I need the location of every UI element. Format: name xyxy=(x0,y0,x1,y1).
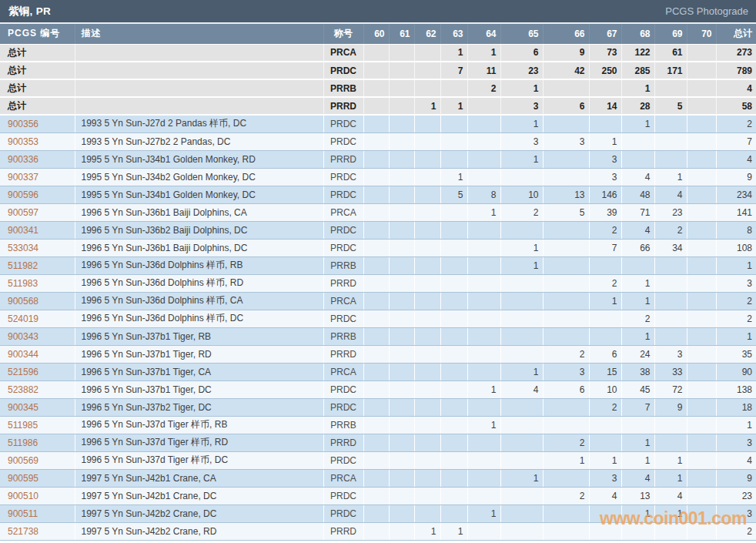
count-63-cell xyxy=(440,416,467,434)
table-row: 511986 1996 5 Yn Sun-J37d Tiger 样币, RD P… xyxy=(0,434,756,451)
grade-designation-cell: PRDC xyxy=(323,168,363,186)
count-65-cell: 2 xyxy=(500,203,543,221)
count-62-cell xyxy=(414,292,440,310)
total-cell: 2 xyxy=(716,115,756,132)
pcgs-id-cell[interactable]: 900511 xyxy=(0,504,75,522)
pcgs-id-cell[interactable]: 900595 xyxy=(0,469,75,487)
count-60-cell xyxy=(363,327,389,345)
count-66-cell xyxy=(543,79,589,97)
pcgs-id-cell[interactable]: 900344 xyxy=(0,345,75,363)
pcgs-id-cell[interactable]: 900343 xyxy=(0,327,75,345)
count-64-cell: 1 xyxy=(467,504,500,522)
count-66-cell: 2 xyxy=(543,487,589,504)
count-65-cell: 1 xyxy=(500,115,543,132)
count-63-cell xyxy=(440,380,467,398)
pcgs-id-cell[interactable]: 521738 xyxy=(0,522,75,540)
count-64-cell xyxy=(467,168,500,186)
count-66-cell xyxy=(543,292,589,310)
grade-designation-cell: PRRD xyxy=(323,150,363,168)
count-62-cell xyxy=(414,345,440,363)
count-66-cell xyxy=(543,239,589,256)
pcgs-id-cell[interactable]: 511983 xyxy=(0,274,75,292)
count-63-cell xyxy=(440,115,467,132)
pcgs-id-cell[interactable]: 511982 xyxy=(0,256,75,274)
count-64-cell xyxy=(467,256,500,274)
pcgs-id-cell[interactable]: 511985 xyxy=(0,416,75,434)
count-65-cell xyxy=(500,487,543,504)
count-68-cell: 2 xyxy=(621,310,654,327)
count-62-cell: 1 xyxy=(414,97,440,115)
grade-designation-cell: PRRD xyxy=(323,434,363,451)
pcgs-id-cell[interactable]: 900510 xyxy=(0,487,75,504)
count-65-cell: 10 xyxy=(500,186,543,203)
count-61-cell xyxy=(389,416,414,434)
count-60-cell xyxy=(363,274,389,292)
count-61-cell xyxy=(389,451,414,469)
count-69-cell xyxy=(654,292,687,310)
total-cell: 2 xyxy=(716,292,756,310)
description-cell: 1995 5 Yn Sun-J34b2 Golden Monkey, DC xyxy=(75,168,323,186)
count-66-cell xyxy=(543,256,589,274)
count-69-cell xyxy=(654,132,687,150)
count-69-cell: 9 xyxy=(654,398,687,416)
grade-designation-cell: PRRD xyxy=(323,345,363,363)
count-63-cell: 1 xyxy=(440,44,467,62)
count-60-cell xyxy=(363,434,389,451)
table-row: 900345 1996 5 Yn Sun-J37b2 Tiger, DC PRD… xyxy=(0,398,756,416)
pcgs-id-cell[interactable]: 900596 xyxy=(0,186,75,203)
count-68-cell: 1 xyxy=(621,504,654,522)
pcgs-id-cell[interactable]: 900356 xyxy=(0,115,75,132)
pcgs-id-cell[interactable]: 900337 xyxy=(0,168,75,186)
description-cell: 1996 5 Yn Sun-J37b1 Tiger, CA xyxy=(75,363,323,380)
pcgs-id-cell[interactable]: 533034 xyxy=(0,239,75,256)
count-68-cell: 1 xyxy=(621,434,654,451)
count-60-cell xyxy=(363,97,389,115)
pcgs-id-cell[interactable]: 511986 xyxy=(0,434,75,451)
pcgs-id-cell[interactable]: 900345 xyxy=(0,398,75,416)
pcgs-id-cell[interactable]: 900336 xyxy=(0,150,75,168)
total-cell: 2 xyxy=(716,522,756,540)
description-cell: 1996 5 Yn Sun-J36d Dolphins 样币, DC xyxy=(75,310,323,327)
count-63-cell xyxy=(440,469,467,487)
pcgs-id-cell[interactable]: 523882 xyxy=(0,380,75,398)
count-61-cell xyxy=(389,434,414,451)
count-68-cell: 71 xyxy=(621,203,654,221)
count-70-cell xyxy=(687,380,716,398)
pcgs-id-cell[interactable]: 900597 xyxy=(0,203,75,221)
pcgs-id-cell[interactable]: 900353 xyxy=(0,132,75,150)
total-cell: 9 xyxy=(716,168,756,186)
count-69-cell: 5 xyxy=(654,97,687,115)
count-65-cell xyxy=(500,221,543,239)
count-70-cell xyxy=(687,44,716,62)
count-61-cell xyxy=(389,256,414,274)
count-65-cell xyxy=(500,398,543,416)
pcgs-id-cell[interactable]: 524019 xyxy=(0,310,75,327)
count-68-cell xyxy=(621,256,654,274)
pcgs-id-cell[interactable]: 900341 xyxy=(0,221,75,239)
photograde-link[interactable]: PCGS Photograde xyxy=(665,5,748,17)
count-63-cell: 1 xyxy=(440,168,467,186)
col-header-pcgs-id: PCGS 编号 xyxy=(0,24,75,44)
grade-designation-cell: PRCA xyxy=(323,363,363,380)
pcgs-id-cell[interactable]: 521596 xyxy=(0,363,75,380)
count-68-cell: 4 xyxy=(621,221,654,239)
count-66-cell: 2 xyxy=(543,434,589,451)
count-64-cell xyxy=(467,132,500,150)
count-67-cell: 73 xyxy=(589,44,621,62)
count-61-cell xyxy=(389,327,414,345)
grade-designation-cell: PRDC xyxy=(323,62,363,79)
table-row: 900568 1996 5 Yn Sun-J36d Dolphins 样币, C… xyxy=(0,292,756,310)
description-cell: 1997 5 Yn Sun-J42b2 Crane, DC xyxy=(75,504,323,522)
count-60-cell xyxy=(363,416,389,434)
count-66-cell: 9 xyxy=(543,44,589,62)
count-60-cell xyxy=(363,256,389,274)
pcgs-id-cell[interactable]: 900569 xyxy=(0,451,75,469)
count-64-cell xyxy=(467,451,500,469)
count-63-cell xyxy=(440,451,467,469)
pcgs-id-cell[interactable]: 900568 xyxy=(0,292,75,310)
description-cell: 1996 5 Yn Sun-J36d Dolphins 样币, CA xyxy=(75,292,323,310)
table-row: 521596 1996 5 Yn Sun-J37b1 Tiger, CA PRC… xyxy=(0,363,756,380)
count-69-cell xyxy=(654,434,687,451)
pcgs-id-cell: 总计 xyxy=(0,62,75,79)
page-title: 紫铜, PR xyxy=(8,5,51,18)
